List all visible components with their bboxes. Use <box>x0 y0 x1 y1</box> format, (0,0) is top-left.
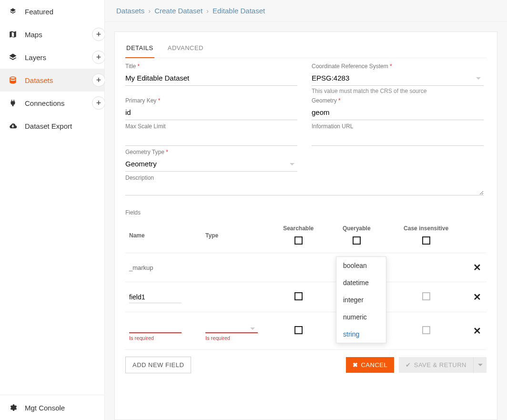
field-geom: Geometry * <box>312 97 487 120</box>
breadcrumb-link[interactable]: Create Dataset <box>154 7 203 15</box>
pk-input[interactable] <box>125 105 297 120</box>
geom-input[interactable] <box>312 105 484 120</box>
geomtype-select[interactable] <box>125 156 297 172</box>
fields-section: Fields Name Type Searchable Queryable Ca… <box>125 208 487 350</box>
map-icon <box>8 30 18 39</box>
type-option-numeric[interactable]: numeric <box>336 308 386 326</box>
form-grid: Title * Coordinate Reference System * Th… <box>125 60 487 197</box>
infourl-input[interactable] <box>312 131 484 146</box>
col-queryable: Queryable <box>328 218 385 253</box>
add-layer-button[interactable]: + <box>92 51 105 64</box>
sidebar-item-label: Dataset Export <box>25 122 72 130</box>
type-option-boolean[interactable]: boolean <box>336 257 386 274</box>
tabs: DETAILS ADVANCED <box>125 41 487 58</box>
type-option-datetime[interactable]: datetime <box>336 274 386 291</box>
crs-hint: This value must match the CRS of the sou… <box>312 88 484 94</box>
row-name-input[interactable] <box>129 291 182 303</box>
error-type-required: Is required <box>205 335 264 341</box>
type-dropdown: boolean datetime integer numeric string <box>336 256 386 343</box>
sidebar-item-layers[interactable]: Layers + <box>0 46 104 69</box>
type-option-integer[interactable]: integer <box>336 291 386 308</box>
sidebar-item-label: Connections <box>25 99 64 107</box>
close-icon: ✖ <box>353 361 358 369</box>
col-name: Name <box>125 218 202 253</box>
main: Datasets › Create Dataset › Editable Dat… <box>105 0 507 420</box>
sidebar-item-label: Maps <box>25 31 42 39</box>
cancel-button[interactable]: ✖ CANCEL <box>346 357 394 373</box>
add-dataset-button[interactable]: + <box>92 73 105 87</box>
gear-icon <box>8 403 18 412</box>
col-type: Type <box>202 218 268 253</box>
description-textarea[interactable] <box>125 182 484 195</box>
sidebar-item-maps[interactable]: Maps + <box>0 23 104 46</box>
sidebar: Featured Maps + Layers + Datasets + Conn… <box>0 0 105 420</box>
table-row: Is required Is required ✕ <box>125 312 487 350</box>
cloud-download-icon <box>8 122 18 130</box>
label-title: Title * <box>125 63 297 70</box>
add-connection-button[interactable]: + <box>92 96 105 110</box>
sidebar-item-export[interactable]: Dataset Export <box>0 114 104 137</box>
form-card: DETAILS ADVANCED Title * Coordinate Refe… <box>114 31 497 420</box>
label-geomtype: Geometry Type * <box>125 149 297 155</box>
save-dropdown-toggle[interactable] <box>473 357 487 373</box>
chevron-right-icon: › <box>206 7 209 15</box>
searchable-header-checkbox[interactable] <box>294 236 303 245</box>
label-infourl: Information URL <box>312 123 484 130</box>
field-title: Title * <box>125 63 300 94</box>
remove-row-button[interactable]: ✕ <box>473 326 481 336</box>
sidebar-item-label: Mgt Console <box>25 404 65 412</box>
row-caseins-checkbox[interactable] <box>422 292 430 300</box>
tab-details[interactable]: DETAILS <box>125 41 154 58</box>
breadcrumb-link[interactable]: Datasets <box>116 7 144 15</box>
field-spacer <box>312 149 487 172</box>
add-map-button[interactable]: + <box>92 28 105 41</box>
chevron-right-icon: › <box>148 7 151 15</box>
save-button[interactable]: ✔ SAVE & RETURN <box>399 357 473 373</box>
remove-row-button[interactable]: ✕ <box>473 262 481 273</box>
label-maxscale: Max Scale Limit <box>125 123 297 130</box>
tab-advanced[interactable]: ADVANCED <box>167 41 204 58</box>
label-description: Description <box>125 174 484 181</box>
table-row: ✕ <box>125 282 487 312</box>
row-caseins-checkbox[interactable] <box>422 326 430 334</box>
breadcrumb: Datasets › Create Dataset › Editable Dat… <box>105 0 507 22</box>
error-name-required: Is required <box>129 335 198 341</box>
field-geomtype: Geometry Type * <box>125 149 300 172</box>
label-crs: Coordinate Reference System * <box>312 63 484 70</box>
crs-select[interactable] <box>312 71 484 86</box>
sidebar-item-label: Layers <box>25 53 46 61</box>
title-input[interactable] <box>125 71 297 86</box>
remove-row-button[interactable]: ✕ <box>473 292 481 302</box>
add-field-button[interactable]: ADD NEW FIELD <box>125 357 191 373</box>
field-crs: Coordinate Reference System * This value… <box>312 63 487 94</box>
field-pk: Primary Key * <box>125 97 300 120</box>
type-option-string[interactable]: string <box>336 326 386 343</box>
sidebar-item-featured[interactable]: Featured <box>0 0 104 23</box>
row-type-select[interactable] <box>205 321 258 333</box>
sidebar-footer: Mgt Console <box>0 395 104 420</box>
row-searchable-checkbox[interactable] <box>294 326 303 334</box>
sidebar-item-datasets[interactable]: Datasets + <box>0 69 104 92</box>
queryable-header-checkbox[interactable] <box>353 236 361 245</box>
col-caseins: Case insensitive <box>385 218 467 253</box>
label-pk: Primary Key * <box>125 97 297 104</box>
caseins-header-checkbox[interactable] <box>422 236 430 245</box>
layers-icon <box>8 53 18 61</box>
plug-icon <box>8 99 18 107</box>
featured-icon <box>8 7 18 16</box>
field-maxscale: Max Scale Limit <box>125 123 300 146</box>
row-searchable-checkbox[interactable] <box>294 292 303 300</box>
card-actions: ADD NEW FIELD ✖ CANCEL ✔ SAVE & RETURN <box>125 357 487 373</box>
field-description: Description <box>125 174 487 197</box>
breadcrumb-link[interactable]: Editable Dataset <box>213 7 265 15</box>
sidebar-item-connections[interactable]: Connections + <box>0 92 104 114</box>
col-searchable: Searchable <box>268 218 328 253</box>
label-geom: Geometry * <box>312 97 484 104</box>
field-infourl: Information URL <box>312 123 487 146</box>
database-icon <box>8 76 18 84</box>
row-name-input[interactable] <box>129 321 182 333</box>
sidebar-nav: Featured Maps + Layers + Datasets + Conn… <box>0 0 104 395</box>
sidebar-item-mgt-console[interactable]: Mgt Console <box>0 395 104 420</box>
save-button-group: ✔ SAVE & RETURN <box>399 357 487 373</box>
maxscale-input[interactable] <box>125 131 297 146</box>
